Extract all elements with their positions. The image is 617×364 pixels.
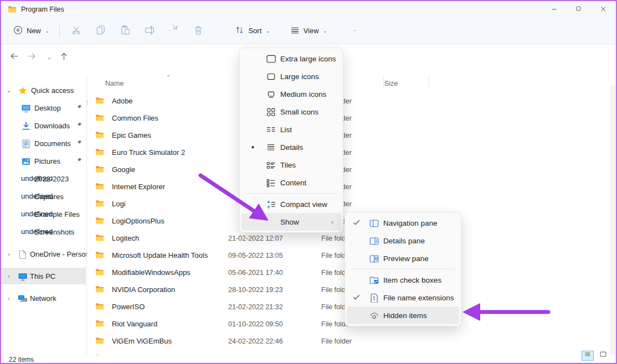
forward-button[interactable] [23, 49, 40, 65]
arrow-up-icon [59, 51, 69, 63]
sidebar-item-downloads[interactable]: Downloads [1, 117, 86, 134]
share-button[interactable] [162, 22, 186, 40]
view-button[interactable]: View ⌄ [285, 22, 333, 40]
copy-button[interactable] [89, 22, 113, 40]
rename-button[interactable] [137, 22, 162, 40]
more-options-button[interactable] [344, 23, 365, 38]
file-row[interactable] [88, 350, 616, 355]
paste-icon [120, 25, 130, 37]
menu-item-label: List [280, 126, 292, 134]
file-row[interactable]: ViGEm ViGEmBus24-02-2022 22:46File folde… [88, 332, 616, 350]
menu-item-navigation-pane[interactable]: Navigation pane [347, 214, 459, 232]
command-toolbar: New ⌄ Sort ⌄ View ⌄ [1, 18, 616, 44]
window-title: Program Files [21, 6, 64, 13]
menu-item-small-icons[interactable]: Small icons [241, 103, 341, 121]
menu-item-label: Hidden items [383, 311, 427, 320]
sidebar-item-pictures[interactable]: Pictures [1, 153, 86, 169]
menu-separator [351, 269, 455, 269]
chevron-down-icon[interactable]: ⌄ [6, 87, 12, 93]
sidebar-item-label: Downloads [34, 122, 70, 130]
folder-icon [95, 96, 104, 107]
menu-item-list[interactable]: List [241, 121, 341, 138]
menu-item-show[interactable]: Show› [241, 213, 341, 231]
sidebar-item-desktop[interactable]: Desktop [1, 100, 86, 116]
chevron-right-icon[interactable]: › [6, 273, 12, 279]
sidebar-item-2022-2023[interactable]: undefined2022-2023 [1, 170, 86, 187]
plus-circle-icon [13, 25, 23, 37]
file-row[interactable]: Epic GamesFile folder [88, 127, 616, 144]
large-icons-view-icon [599, 351, 608, 360]
column-divider[interactable] [383, 76, 384, 90]
menu-item-compact-view[interactable]: Compact view [241, 195, 341, 213]
folder-icon [95, 251, 104, 261]
sidebar-item-quick-access[interactable]: ⌄Quick access [1, 82, 86, 98]
chevron-down-icon: ⌄ [45, 28, 49, 34]
column-headers: Name ⌃ Size [88, 75, 616, 91]
menu-item-content[interactable]: Content [241, 174, 341, 191]
column-header-name[interactable]: Name [105, 80, 124, 87]
folder-icon [95, 113, 104, 124]
up-button[interactable] [55, 49, 72, 65]
sidebar-item-onedrive-personal[interactable]: ›OneDrive - Personal [1, 246, 86, 262]
file-name: ViGEm ViGEmBus [112, 337, 172, 345]
menu-item-tiles[interactable]: Tiles [241, 156, 341, 174]
menu-item-details-pane[interactable]: Details pane [347, 232, 459, 249]
sidebar-item-captures[interactable]: undefinedCaptures [1, 188, 86, 205]
menu-item-preview-pane[interactable]: Preview pane [347, 249, 459, 267]
tiles-view-icon [266, 160, 276, 170]
show-submenu: Navigation paneDetails panePreview paneI… [345, 212, 461, 326]
sidebar-item-label: OneDrive - Personal [30, 250, 95, 258]
file-row[interactable]: AdobeFile folder [88, 92, 616, 110]
sidebar-item-example-files[interactable]: undefinedExample Files [1, 206, 86, 222]
pin-icon [76, 122, 84, 131]
vertical-scrollbar[interactable] [610, 85, 617, 355]
new-button[interactable]: New ⌄ [8, 22, 55, 40]
file-row[interactable]: Euro Truck Simulator 2File folder [88, 144, 616, 161]
sidebar-item-network[interactable]: ›Network [1, 290, 86, 306]
delete-button[interactable] [186, 22, 210, 40]
column-divider[interactable] [429, 76, 429, 90]
file-date-modified: 05-06-2021 17:40 [228, 269, 283, 277]
file-row[interactable]: Common FilesFile folder [88, 110, 616, 127]
large-icons-view-toggle[interactable] [597, 351, 609, 361]
file-name: ModifiableWindowsApps [112, 268, 191, 277]
close-button[interactable] [592, 1, 616, 18]
sidebar-item-this-pc[interactable]: ›This PC [1, 268, 86, 284]
ellipsis-icon [349, 27, 359, 35]
sidebar-item-screenshots[interactable]: undefinedScreenshots [1, 223, 86, 240]
new-button-label: New [27, 27, 41, 35]
details-view-toggle[interactable] [582, 351, 594, 361]
paste-button[interactable] [113, 22, 137, 40]
share-icon [169, 25, 179, 37]
file-row[interactable]: LogiFile folder [88, 195, 616, 212]
menu-item-large-icons[interactable]: Large icons [241, 67, 341, 85]
file-row[interactable]: Internet ExplorerFile folder [88, 178, 616, 195]
chevron-right-icon[interactable]: › [6, 295, 12, 301]
minimize-button[interactable] [543, 1, 567, 18]
sidebar-item-documents[interactable]: Documents [1, 135, 86, 152]
back-button[interactable] [6, 49, 22, 65]
menu-item-medium-icons[interactable]: Medium icons [241, 85, 341, 103]
menu-item-label: Medium icons [280, 90, 326, 98]
folder-icon [95, 182, 104, 193]
menu-item-file-name-extensions[interactable]: File name extensions [347, 289, 459, 306]
sort-button[interactable]: Sort ⌄ [229, 22, 275, 40]
file-row[interactable]: GoogleFile folder [88, 161, 616, 178]
maximize-button[interactable] [567, 1, 592, 18]
menu-item-extra-large-icons[interactable]: Extra large icons [241, 50, 341, 67]
cut-button[interactable] [64, 22, 89, 40]
sort-arrows-icon [235, 25, 244, 37]
list-view-icon [266, 124, 276, 134]
file-name: Microsoft Update Health Tools [112, 251, 208, 259]
content-view-icon [266, 178, 276, 188]
menu-item-label: Extra large icons [280, 55, 336, 63]
menu-item-details[interactable]: •Details [241, 138, 341, 156]
menu-item-item-check-boxes[interactable]: Item check boxes [347, 271, 459, 289]
menu-item-label: Show [280, 218, 299, 226]
chevron-right-icon[interactable]: › [6, 251, 12, 257]
folder-icon [95, 148, 104, 158]
menu-item-label: Item check boxes [383, 276, 441, 284]
menu-item-hidden-items[interactable]: Hidden items [347, 306, 459, 324]
column-header-size[interactable]: Size [384, 80, 398, 87]
file-date-modified: 01-10-2022 09:50 [228, 320, 283, 328]
